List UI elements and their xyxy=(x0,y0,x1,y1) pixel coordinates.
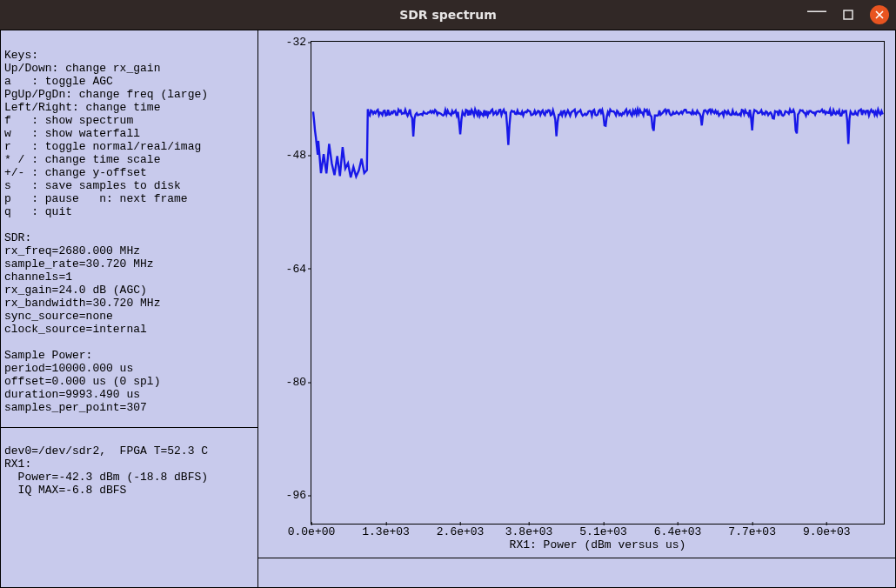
x-tick: 2.6e+03 xyxy=(437,524,485,538)
sample-power-text: Sample Power: period=10000.000 us offset… xyxy=(4,349,160,414)
window-title: SDR spectrum xyxy=(399,8,497,22)
right-column: RX1: Power (dBm versus us) -32-48-64-80-… xyxy=(258,30,896,588)
x-tick: 9.0e+03 xyxy=(803,524,851,538)
x-tick: 1.3e+03 xyxy=(362,524,410,538)
sidebar-top-panel: Keys: Up/Down: change rx_gain a : toggle… xyxy=(1,30,257,428)
sidebar-bottom-panel: dev0=/dev/sdr2, FPGA T=52.3 C RX1: Power… xyxy=(1,428,257,587)
window-controls: — xyxy=(807,0,889,30)
x-tick: 7.7e+03 xyxy=(728,524,776,538)
y-tick: -48 xyxy=(286,149,306,162)
x-axis-label: RX1: Power (dBm versus us) xyxy=(311,538,884,551)
close-button[interactable] xyxy=(870,5,889,24)
keys-help-text: Keys: Up/Down: change rx_gain a : toggle… xyxy=(4,49,208,218)
sdr-status-text: SDR: rx_freq=2680.000 MHz sample_rate=30… xyxy=(4,231,160,336)
sidebar: Keys: Up/Down: change rx_gain a : toggle… xyxy=(0,30,258,588)
chart-area[interactable]: RX1: Power (dBm versus us) -32-48-64-80-… xyxy=(311,41,885,525)
app-body: Keys: Up/Down: change rx_gain a : toggle… xyxy=(0,30,896,588)
minimize-button[interactable]: — xyxy=(807,5,826,24)
lower-blank-pane xyxy=(258,558,895,588)
y-tick: -32 xyxy=(286,36,306,49)
svg-rect-0 xyxy=(844,10,853,19)
plot-pane[interactable]: RX1: Power (dBm versus us) -32-48-64-80-… xyxy=(258,30,895,558)
x-tick: 3.8e+03 xyxy=(505,524,553,538)
spectrum-trace xyxy=(311,42,884,524)
title-bar[interactable]: SDR spectrum — xyxy=(0,0,896,30)
x-tick: 5.1e+03 xyxy=(579,524,627,538)
device-status-text: dev0=/dev/sdr2, FPGA T=52.3 C RX1: Power… xyxy=(4,444,208,497)
maximize-button[interactable] xyxy=(839,5,858,24)
y-tick: -80 xyxy=(286,376,306,389)
y-tick: -96 xyxy=(286,489,306,502)
y-tick: -64 xyxy=(286,262,306,275)
x-tick: 6.4e+03 xyxy=(654,524,702,538)
square-icon xyxy=(843,10,853,20)
close-icon xyxy=(875,10,884,19)
x-tick: 0.0e+00 xyxy=(288,524,336,538)
